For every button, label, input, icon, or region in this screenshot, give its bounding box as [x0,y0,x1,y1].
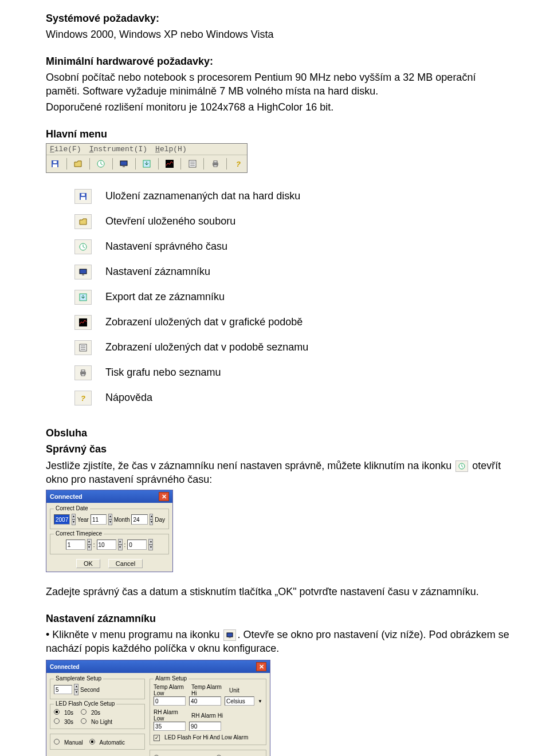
month-label: Month [114,517,130,523]
svg-rect-28 [229,637,231,638]
close-icon[interactable]: ✕ [159,492,169,501]
desc-help: Nápověda [105,391,152,404]
heading-nastaveni-zaznamniku: Nastavení záznamníku [46,612,510,625]
heading-obsluha: Obsluha [46,426,510,440]
cancel-button[interactable]: Cancel [108,559,143,568]
year-spinner[interactable]: ▴▾ [72,514,75,525]
svg-rect-17 [80,269,87,274]
heading-hw-requirements: Minimální hardwarové požadavky: [46,54,510,68]
desc-export: Export dat ze záznamníku [105,290,225,303]
temp-hi-input[interactable]: 40 [189,696,221,706]
month-spinner[interactable]: ▴▾ [108,514,112,525]
chart-icon[interactable] [163,158,176,170]
dialog-title: Connected [50,493,82,500]
desc-settings: Nastavení záznamníku [105,265,210,278]
rh-low-input[interactable]: 35 [154,722,186,731]
day-label: Day [155,517,165,523]
svg-rect-2 [53,161,57,163]
svg-rect-18 [82,274,84,275]
heading-main-menu: Hlavní menu [46,127,510,141]
dialog-setup: Connected ✕ Samplerate Setup 5 ▴▾ Second… [46,660,270,756]
desc-chart: Zobrazení uložených dat v grafické podob… [105,315,302,328]
rh-hi-input[interactable]: 90 [189,722,221,731]
svg-rect-20 [79,318,87,326]
monitor-settings-icon [74,265,92,279]
desc-print: Tisk grafu nebo seznamu [105,365,221,379]
download-icon[interactable] [140,158,154,170]
heading-system-requirements: Systémové požadavky: [46,11,510,25]
group-correct-date: Correct Date [54,505,90,511]
year-input[interactable]: 2007 [54,514,70,525]
temp-unit-select[interactable]: Celsius [225,696,254,706]
group-samplerate: Samplerate Setup [54,675,103,682]
day-input[interactable]: 24 [131,514,147,525]
text-hw-req-body2: Doporučené rozlišení monitoru je 1024x76… [46,100,510,114]
svg-rect-5 [123,166,125,167]
radio-automatic[interactable] [89,739,95,745]
desc-save: Uložení zaznamenaných dat na hard disku [105,189,300,202]
menu-file[interactable]: File(F) [50,145,81,153]
month-input[interactable]: 11 [91,514,107,525]
chevron-down-icon[interactable]: ▼ [258,699,262,704]
text-hw-req-body1: Osobní počítač nebo notebook s procesore… [46,70,510,99]
radio-manual[interactable] [54,739,60,745]
day-spinner[interactable]: ▴▾ [150,514,153,525]
svg-rect-14 [81,197,85,200]
clock-icon [455,460,468,472]
label-temp-unit: Unit [229,687,239,694]
toolbar-window: File(F) Instrument(I) Help(H) ? [46,143,247,173]
ok-button[interactable]: OK [76,559,100,568]
radio-nolight[interactable] [81,718,87,724]
samplerate-spinner[interactable]: ▴▾ [74,684,78,695]
menu-help[interactable]: Help(H) [155,145,187,153]
text-spravny-cas: Jestliže zjistíte, že čas v záznamníku n… [46,459,510,487]
radio-20s[interactable] [81,709,87,715]
label-temp-low: Temp Alarm Low [154,684,188,696]
svg-text:?: ? [236,160,241,168]
svg-rect-27 [227,633,233,637]
list-icon[interactable] [186,158,199,170]
radio-10s[interactable] [54,709,60,715]
hour-spinner[interactable]: ▴▾ [87,539,92,550]
svg-rect-1 [53,164,57,167]
print-icon[interactable] [209,158,222,170]
samplerate-input[interactable]: 5 [54,685,72,694]
temp-low-input[interactable]: 0 [154,696,186,706]
label-rh-low: RH Alarm Low [154,709,188,722]
second-spinner[interactable]: ▴▾ [148,539,153,550]
save-icon [74,189,92,204]
checkbox-led-flash-alarm[interactable] [154,735,160,741]
radio-30s[interactable] [54,718,60,724]
save-icon[interactable] [49,158,62,170]
close-icon[interactable]: ✕ [256,662,266,671]
label-rh-hi: RH Alarm Hi [191,712,223,719]
svg-rect-15 [81,194,85,196]
desc-open: Otevření uloženého souboru [105,214,235,227]
open-icon[interactable] [72,158,85,170]
svg-rect-11 [214,165,217,167]
svg-rect-7 [166,160,174,168]
open-icon [74,214,92,229]
menu-instrument[interactable]: Instrument(I) [89,145,147,153]
minute-input[interactable]: 10 [97,540,116,550]
svg-text:?: ? [81,394,85,402]
desc-clock: Nastavení správného času [105,239,227,253]
samplerate-unit: Second [80,687,100,693]
toolbar-menubar: File(F) Instrument(I) Help(H) [46,144,247,155]
text-zadejte: Zadejte správný čas a datum a stisknutím… [46,585,510,598]
hour-input[interactable]: 1 [66,540,85,550]
dialog-correct-time: Connected ✕ Correct Date 2007▴▾ Year 11▴… [46,490,173,572]
svg-rect-24 [81,374,85,376]
clock-icon[interactable] [95,158,108,170]
monitor-settings-icon[interactable] [117,158,131,170]
svg-rect-10 [214,161,217,163]
second-input[interactable]: 0 [127,540,147,550]
monitor-settings-icon [223,629,236,641]
clock-icon [74,239,92,254]
dialog-title: Connected [50,664,80,670]
minute-spinner[interactable]: ▴▾ [118,539,123,550]
group-correct-time: Correct Timepiece [54,530,104,537]
group-alarm: Alarm Setup [154,675,188,682]
help-icon[interactable]: ? [231,158,245,170]
list-icon [74,340,92,355]
